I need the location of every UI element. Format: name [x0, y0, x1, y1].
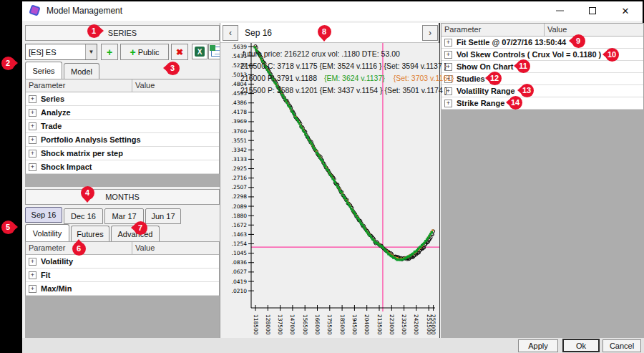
expand-plus-icon[interactable]: + [29, 109, 36, 117]
callout-badge-2: 2 [1, 57, 15, 70]
model-management-window: Model Management ✕ SERIES [ES] ES ▼ + + … [21, 0, 644, 353]
cancel-button[interactable]: Cancel [602, 339, 641, 352]
window-title: Model Management [47, 6, 122, 16]
month-tab-sep-16[interactable]: Sep 16 [25, 207, 62, 223]
svg-text:.1672: .1672 [232, 222, 248, 228]
table-header: Parameter Value [26, 79, 219, 92]
model-setting-row[interactable]: +Volatility Range [441, 85, 643, 97]
left-panel-filler [25, 296, 220, 338]
model-setting-row-label: Show On Chart [457, 62, 513, 71]
volatility-parameter-table: Parameter Value +Volatility+Fit+Max/Min [25, 241, 220, 296]
svg-text:175500: 175500 [326, 314, 333, 335]
expand-plus-icon[interactable]: + [29, 285, 36, 293]
svg-text:223000: 223000 [389, 314, 395, 335]
series-param-row[interactable]: +Series [26, 92, 219, 106]
chevron-down-icon[interactable]: ▼ [85, 44, 97, 59]
svg-text:.0627: .0627 [232, 269, 248, 275]
svg-text:.2089: .2089 [232, 203, 248, 210]
model-setting-row[interactable]: +Show On Chart [441, 61, 643, 73]
add-series-button[interactable]: + [101, 44, 118, 60]
badge-tail [99, 26, 108, 35]
chart-card: ‹ Sep 16 › .5639.5431.5222.5013.4804.459… [220, 23, 440, 338]
expand-plus-icon[interactable]: + [29, 163, 36, 171]
badge-tail [513, 86, 522, 95]
callout-badge-9: 9 [572, 34, 585, 48]
badge-tail [320, 37, 328, 46]
series-param-row[interactable]: +Trade [26, 120, 219, 133]
value-column-header: Value [132, 79, 219, 92]
table-header: Parameter Value [441, 24, 643, 37]
vol-param-row[interactable]: +Fit [26, 269, 219, 282]
callout-badge-11: 11 [517, 59, 530, 73]
expand-plus-icon[interactable]: + [29, 271, 36, 279]
svg-text:.2507: .2507 [232, 184, 248, 190]
month-tab-dec-16[interactable]: Dec 16 [64, 208, 103, 224]
svg-text:128000: 128000 [265, 314, 271, 335]
svg-text:213500: 213500 [376, 314, 383, 335]
expand-plus-icon[interactable]: + [444, 100, 452, 107]
prev-month-button[interactable]: ‹ [223, 25, 238, 41]
model-setting-row[interactable]: +Fit Settle @ 07/27/16 13:50:44 [441, 37, 643, 49]
vol-param-row[interactable]: +Volatility [26, 255, 219, 269]
delete-series-button[interactable]: ✖ [171, 44, 188, 60]
vol-param-row[interactable]: +Max/Min [26, 282, 219, 296]
tab-model[interactable]: Model [64, 63, 99, 79]
series-param-row-label: Series [41, 95, 64, 103]
apply-button[interactable]: Apply [518, 339, 558, 352]
maximize-button[interactable] [577, 1, 608, 20]
chart-overlay-future-price: future price: 216212 crux vol: .1180 DTE… [243, 49, 400, 58]
expand-plus-icon[interactable]: + [444, 51, 452, 59]
model-setting-row[interactable]: +Strike Range [441, 97, 643, 110]
svg-text:.2716: .2716 [232, 175, 248, 181]
chart-overlay-put-quote-2: 215500 P: 3588 v.1201 {EM: 3437 v.1154 }… [240, 86, 447, 95]
value-column-header: Value [132, 242, 219, 254]
series-param-row-label: Portfolio Analysis Settings [41, 135, 141, 144]
app-icon [29, 4, 40, 16]
svg-text:242000: 242000 [413, 314, 419, 335]
badge-tail [481, 74, 490, 82]
svg-text:118500: 118500 [253, 314, 259, 335]
expand-plus-icon[interactable]: + [29, 95, 36, 103]
callout-badge-7: 7 [134, 221, 147, 235]
ok-button[interactable]: Ok [562, 339, 600, 352]
chart-month-title: Sep 16 [245, 28, 272, 38]
next-month-button[interactable]: › [422, 25, 438, 41]
expand-plus-icon[interactable]: + [29, 136, 36, 144]
model-setting-row[interactable]: +Studies [441, 73, 643, 85]
expand-plus-icon[interactable]: + [29, 150, 36, 158]
month-tab-jun-17[interactable]: Jun 17 [145, 208, 181, 224]
table-header: Parameter Value [26, 242, 219, 255]
minimize-button[interactable] [544, 1, 575, 20]
series-param-row[interactable]: +Shock matrix per step [26, 147, 219, 160]
series-combo[interactable]: [ES] ES ▼ [25, 44, 97, 60]
series-param-row[interactable]: +Shock Impact [26, 160, 219, 174]
callout-badge-13: 13 [520, 84, 534, 97]
badge-tail [502, 98, 511, 107]
svg-text:.3133: .3133 [232, 156, 248, 163]
badge-tail [74, 235, 83, 244]
plus-icon: + [130, 47, 135, 58]
title-bar: Model Management ✕ [22, 1, 643, 21]
tab-series[interactable]: Series [25, 62, 62, 79]
series-param-row-label: Analyze [41, 108, 71, 117]
expand-plus-icon[interactable]: + [29, 122, 36, 130]
badge-tail [565, 37, 574, 45]
series-param-row[interactable]: +Analyze [26, 106, 219, 120]
callout-badge-10: 10 [605, 48, 619, 62]
svg-text:194500: 194500 [351, 314, 358, 335]
svg-text:.1463: .1463 [232, 231, 248, 238]
series-param-row[interactable]: +Portfolio Analysis Settings [26, 133, 219, 147]
expand-plus-icon[interactable]: + [444, 39, 452, 47]
model-setting-row-label: Strike Range [457, 99, 504, 107]
export-excel-button[interactable]: X [192, 44, 208, 59]
add-public-series-button[interactable]: + Public [120, 44, 169, 60]
chart-overlay-put-quote: 216000 P: 3791 v.1188 {EM: 3624 v.1137} … [240, 74, 454, 82]
close-button[interactable]: ✕ [610, 1, 641, 20]
model-setting-row-label: Fit Settle @ 07/27/16 13:50:44 [457, 38, 566, 47]
callout-badge-3: 3 [166, 62, 180, 75]
tab-volatility[interactable]: Volatility [25, 224, 69, 241]
expand-plus-icon[interactable]: + [29, 258, 36, 266]
svg-text:.2925: .2925 [232, 165, 248, 172]
svg-text:232500: 232500 [401, 314, 407, 335]
series-combo-value: [ES] ES [26, 48, 85, 57]
